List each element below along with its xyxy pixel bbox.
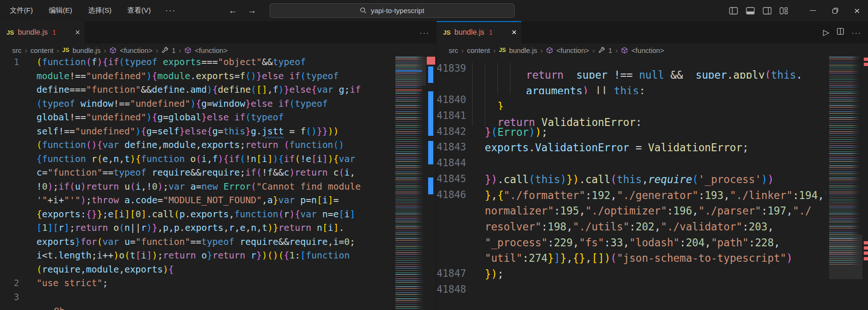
split-editor-icon[interactable] [837, 28, 844, 37]
overview-ruler-right[interactable] [862, 57, 868, 310]
breadcrumb-symbol[interactable]: <function> [120, 46, 153, 54]
breadcrumb-property[interactable]: 1 [172, 46, 175, 54]
breadcrumb-dir[interactable]: content [30, 46, 53, 54]
minimap-left[interactable] [395, 57, 426, 310]
code-text[interactable]: module!=="undefined"){module.exports=f()… [36, 71, 394, 85]
tab-bundle-js-right[interactable]: JS bundle.js 1 × [437, 21, 521, 44]
breadcrumb-file[interactable]: bundle.js [509, 46, 537, 54]
code-text[interactable]: exports}for(var u="function"==typeof req… [36, 236, 394, 251]
menu-overflow-icon[interactable]: ··· [159, 6, 182, 15]
code-text[interactable]: global!=="undefined"){g=global}else if(t… [36, 112, 394, 126]
more-actions-icon[interactable]: ··· [852, 29, 861, 37]
code-text[interactable]: c="function"==typeof require&&require;if… [36, 167, 394, 181]
breadcrumb-root[interactable]: src [449, 46, 458, 54]
line-number[interactable] [0, 222, 36, 236]
line-number[interactable]: 41846 [437, 189, 472, 205]
run-file-icon[interactable]: ▷ [823, 28, 829, 37]
breadcrumb-root[interactable]: src [12, 46, 22, 54]
forward-arrow-icon[interactable]: → [248, 6, 256, 16]
line-number[interactable] [0, 140, 36, 154]
code-text[interactable]: resolver":198,"./utils":202,"./validator… [472, 221, 826, 236]
customize-layout-icon[interactable] [779, 6, 789, 16]
line-number[interactable] [437, 236, 472, 252]
line-number[interactable] [437, 221, 472, 236]
overview-ruler-left[interactable] [426, 57, 436, 310]
line-number[interactable]: 41847 [437, 268, 472, 284]
line-number[interactable]: 41841 [437, 110, 472, 126]
code-text[interactable]: i<t.length;i++)o(t[i]);return o}return r… [36, 250, 394, 264]
restore-button[interactable] [824, 0, 846, 21]
line-number[interactable] [0, 250, 36, 264]
line-number[interactable] [0, 167, 36, 181]
back-arrow-icon[interactable]: ← [228, 6, 237, 16]
code-text[interactable]: },{"./formatter":192,"./generator":193,"… [472, 189, 826, 205]
code-text[interactable]: "use strict"; [36, 278, 394, 292]
line-number[interactable] [0, 154, 36, 168]
line-number[interactable] [0, 264, 36, 278]
code-text[interactable]: }); [472, 268, 826, 284]
line-number[interactable] [437, 79, 472, 95]
minimize-button[interactable] [802, 0, 824, 21]
line-number[interactable] [0, 209, 36, 223]
close-tab-icon[interactable]: × [75, 28, 80, 37]
code-text[interactable] [472, 284, 826, 300]
line-number[interactable] [0, 236, 36, 251]
toggle-panel-icon[interactable] [745, 6, 755, 16]
line-number[interactable]: 41843 [437, 141, 472, 157]
line-number[interactable] [0, 98, 36, 112]
code-text[interactable]: '"+i+"'");throw a.code="MODULE_NOT_FOUND… [36, 195, 394, 209]
toggle-secondary-sidebar-icon[interactable] [762, 6, 772, 16]
breadcrumb-symbol[interactable]: <function> [195, 46, 227, 54]
line-number[interactable] [437, 252, 472, 268]
toggle-primary-sidebar-icon[interactable] [728, 6, 738, 16]
code-text[interactable]: (function(){var define,module,exports;re… [36, 140, 394, 154]
line-number[interactable]: 41844 [437, 157, 472, 173]
breadcrumb-symbol[interactable]: <function> [556, 46, 589, 54]
breadcrumb-property[interactable]: 1 [608, 46, 612, 54]
code-editor-left[interactable]: 1(function(f){if(typeof exports==="objec… [0, 57, 436, 310]
more-actions-icon[interactable]: ··· [420, 29, 430, 37]
code-text[interactable]: exports.ValidationError = ValidationErro… [472, 141, 826, 157]
command-center-search[interactable]: yapi-to-typescript [270, 3, 515, 18]
breadcrumb-file[interactable]: bundle.js [73, 46, 101, 54]
code-text[interactable]: "util":274}]},{},[])("json-schema-to-typ… [472, 252, 826, 268]
line-number[interactable]: 41848 [437, 284, 472, 300]
line-number[interactable] [0, 126, 36, 140]
line-number[interactable] [0, 84, 36, 98]
menu-edit[interactable]: 编辑(E) [41, 6, 80, 15]
line-number[interactable] [0, 71, 36, 85]
line-number[interactable]: 41839 [437, 63, 472, 79]
close-tab-icon[interactable]: × [511, 28, 517, 37]
menu-selection[interactable]: 选择(S) [80, 6, 119, 15]
line-number[interactable] [437, 205, 472, 221]
code-text[interactable]: (require,module,exports){ [36, 264, 394, 278]
menu-view[interactable]: 查看(V) [119, 6, 159, 15]
code-text[interactable]: }).call(this)}).call(this,require('_proc… [472, 173, 826, 189]
code-text[interactable]: return _super !== null && _super.apply(t… [472, 63, 826, 79]
line-number[interactable]: 3 [0, 292, 36, 306]
code-text[interactable] [472, 157, 826, 173]
code-text[interactable]: [1][r];return o(n||r)},p,p.exports,r,e,n… [36, 222, 394, 236]
code-text[interactable]: define==="function"&&define.amd){define(… [36, 84, 394, 98]
minimap-slider[interactable] [829, 235, 862, 279]
code-text[interactable]: {exports:{}};e[i][0].call(p.exports,func… [36, 209, 394, 223]
code-text[interactable] [36, 292, 394, 306]
code-text[interactable]: {function r(e,n,t){function o(i,f){if(!n… [36, 154, 394, 168]
breadcrumb-symbol[interactable]: <function> [631, 46, 664, 54]
line-number[interactable]: 2 [0, 278, 36, 292]
line-number[interactable]: 41845 [437, 173, 472, 189]
code-text[interactable]: !0);if(u)return u(i,!0);var a=new Error(… [36, 181, 394, 195]
code-text[interactable]: }(Error)); [472, 126, 826, 142]
code-text[interactable]: } [472, 94, 826, 110]
menu-file[interactable]: 文件(F) [2, 6, 41, 15]
close-window-button[interactable]: × [846, 0, 868, 21]
line-number[interactable]: 1 [0, 57, 36, 71]
line-number[interactable]: 41840 [437, 94, 472, 110]
line-number[interactable] [0, 112, 36, 126]
line-number[interactable] [0, 195, 36, 209]
code-text[interactable]: normalizer":195,"./optimizer":196,"./par… [472, 205, 826, 221]
code-text[interactable]: "_process":229,"fs":33,"lodash":204,"pat… [472, 236, 826, 252]
code-text[interactable]: return ValidationError; [472, 110, 826, 126]
code-text[interactable]: arguments) || this; [472, 79, 826, 95]
breadcrumb-dir[interactable]: content [467, 46, 490, 54]
